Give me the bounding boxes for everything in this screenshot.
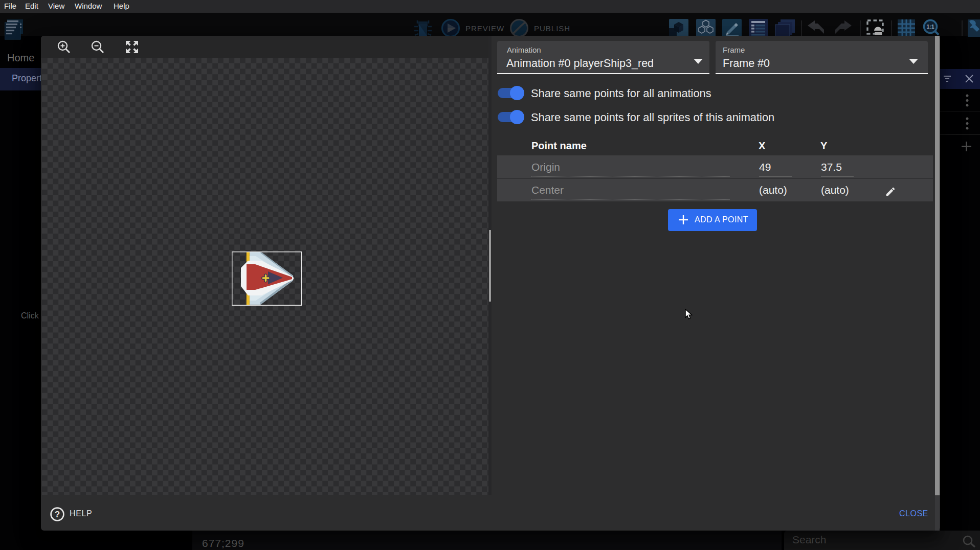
svg-text:1:1: 1:1 <box>926 24 934 30</box>
svg-text:?: ? <box>55 510 60 519</box>
